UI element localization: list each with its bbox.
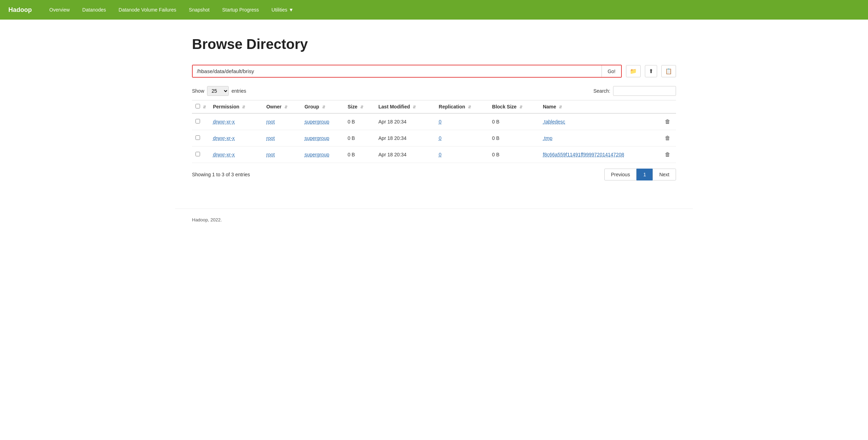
sort-icon-owner[interactable]: ⇵ [284, 105, 287, 109]
row-checkbox-2[interactable] [195, 152, 200, 156]
search-wrap: Search: [593, 86, 676, 96]
owner-link-0[interactable]: root [266, 119, 275, 125]
header-owner[interactable]: Owner ⇵ [263, 100, 301, 114]
row-name: .tmp [539, 130, 659, 147]
header-replication[interactable]: Replication ⇵ [435, 100, 489, 114]
row-size: 0 B [344, 113, 375, 130]
name-link-0[interactable]: .tabledesc [543, 119, 565, 125]
group-link-0[interactable]: supergroup [305, 119, 329, 125]
folder-open-button[interactable]: 📁 [626, 65, 641, 77]
permission-link-0[interactable]: drwxr-xr-x [213, 119, 235, 125]
permission-link-2[interactable]: drwxr-xr-x [213, 152, 235, 157]
group-link-1[interactable]: supergroup [305, 135, 329, 141]
nav-overview[interactable]: Overview [43, 0, 76, 20]
header-group[interactable]: Group ⇵ [301, 100, 344, 114]
row-replication: 0 [435, 147, 489, 163]
header-permission[interactable]: Permission ⇵ [209, 100, 263, 114]
sort-icon-checkbox[interactable]: ⇵ [203, 105, 206, 109]
clipboard-button[interactable]: 📋 [661, 65, 676, 77]
next-button[interactable]: Next [653, 169, 676, 180]
group-link-2[interactable]: supergroup [305, 152, 329, 157]
table-row: drwxr-xr-x root supergroup 0 B Apr 18 20… [192, 113, 676, 130]
owner-link-2[interactable]: root [266, 152, 275, 157]
go-button[interactable]: Go! [602, 65, 621, 77]
path-input[interactable] [193, 65, 602, 77]
row-last-modified: Apr 18 20:34 [375, 130, 435, 147]
row-permission: drwxr-xr-x [209, 147, 263, 163]
row-checkbox-cell [192, 130, 209, 147]
sort-icon-group[interactable]: ⇵ [322, 105, 325, 109]
name-link-2[interactable]: f8c66a559f11491ff999972014147208 [543, 152, 624, 157]
header-block-size[interactable]: Block Size ⇵ [489, 100, 539, 114]
sort-icon-replication[interactable]: ⇵ [468, 105, 471, 109]
site-footer: Hadoop, 2022. [175, 208, 693, 231]
sort-icon-block-size[interactable]: ⇵ [519, 105, 522, 109]
name-link-1[interactable]: .tmp [543, 135, 552, 141]
folder-open-icon: 📁 [630, 68, 637, 74]
chevron-down-icon: ▼ [289, 7, 293, 13]
row-group: supergroup [301, 147, 344, 163]
row-group: supergroup [301, 113, 344, 130]
replication-link-2[interactable]: 0 [439, 152, 442, 157]
table-row: drwxr-xr-x root supergroup 0 B Apr 18 20… [192, 147, 676, 163]
table-footer: Showing 1 to 3 of 3 entries Previous 1 N… [192, 169, 676, 180]
row-action: 🗑 [659, 113, 676, 130]
row-last-modified: Apr 18 20:34 [375, 113, 435, 130]
previous-button[interactable]: Previous [604, 169, 636, 180]
sort-icon-name[interactable]: ⇵ [559, 105, 562, 109]
row-name: .tabledesc [539, 113, 659, 130]
brand-logo[interactable]: Hadoop [8, 6, 32, 14]
footer-text: Hadoop, 2022. [192, 217, 222, 222]
row-owner: root [263, 113, 301, 130]
header-action [659, 100, 676, 114]
delete-button-2[interactable]: 🗑 [663, 151, 673, 158]
nav-utilities[interactable]: Utilities ▼ [265, 7, 300, 13]
row-owner: root [263, 147, 301, 163]
permission-link-1[interactable]: drwxr-xr-x [213, 135, 235, 141]
showing-text: Showing 1 to 3 of 3 entries [192, 172, 250, 177]
replication-link-0[interactable]: 0 [439, 119, 442, 125]
row-block-size: 0 B [489, 113, 539, 130]
search-input[interactable] [613, 86, 676, 96]
delete-button-1[interactable]: 🗑 [663, 134, 673, 142]
replication-link-1[interactable]: 0 [439, 135, 442, 141]
clipboard-icon: 📋 [665, 68, 672, 74]
directory-table: ⇵ Permission ⇵ Owner ⇵ Group ⇵ Size ⇵ La… [192, 100, 676, 163]
main-content: Browse Directory Go! 📁 ⬆ 📋 Show 10 25 50… [175, 20, 693, 192]
entries-select[interactable]: 10 25 50 100 [207, 86, 229, 96]
row-block-size: 0 B [489, 130, 539, 147]
header-checkbox-col: ⇵ [192, 100, 209, 114]
header-name[interactable]: Name ⇵ [539, 100, 659, 114]
row-action: 🗑 [659, 130, 676, 147]
sort-icon-last-modified[interactable]: ⇵ [413, 105, 416, 109]
nav-datanode-volume-failures[interactable]: Datanode Volume Failures [112, 0, 183, 20]
delete-button-0[interactable]: 🗑 [663, 118, 673, 126]
nav-snapshot[interactable]: Snapshot [183, 0, 216, 20]
table-controls: Show 10 25 50 100 entries Search: [192, 86, 676, 96]
path-input-wrapper: Go! [192, 65, 622, 78]
row-checkbox-0[interactable] [195, 119, 200, 123]
header-last-modified[interactable]: Last Modified ⇵ [375, 100, 435, 114]
entries-label: entries [232, 88, 246, 94]
show-entries: Show 10 25 50 100 entries [192, 86, 246, 96]
upload-button[interactable]: ⬆ [645, 65, 657, 77]
sort-icon-permission[interactable]: ⇵ [242, 105, 245, 109]
row-group: supergroup [301, 130, 344, 147]
select-all-checkbox[interactable] [195, 104, 200, 108]
show-label: Show [192, 88, 204, 94]
table-header-row: ⇵ Permission ⇵ Owner ⇵ Group ⇵ Size ⇵ La… [192, 100, 676, 114]
header-size[interactable]: Size ⇵ [344, 100, 375, 114]
row-checkbox-cell [192, 147, 209, 163]
pagination: Previous 1 Next [604, 169, 676, 180]
path-bar: Go! 📁 ⬆ 📋 [192, 65, 676, 78]
row-checkbox-1[interactable] [195, 135, 200, 140]
row-checkbox-cell [192, 113, 209, 130]
row-last-modified: Apr 18 20:34 [375, 147, 435, 163]
sort-icon-size[interactable]: ⇵ [360, 105, 363, 109]
upload-icon: ⬆ [649, 68, 653, 74]
page-1-button[interactable]: 1 [636, 169, 653, 180]
owner-link-1[interactable]: root [266, 135, 275, 141]
nav-startup-progress[interactable]: Startup Progress [216, 0, 265, 20]
nav-datanodes[interactable]: Datanodes [76, 0, 112, 20]
table-row: drwxr-xr-x root supergroup 0 B Apr 18 20… [192, 130, 676, 147]
